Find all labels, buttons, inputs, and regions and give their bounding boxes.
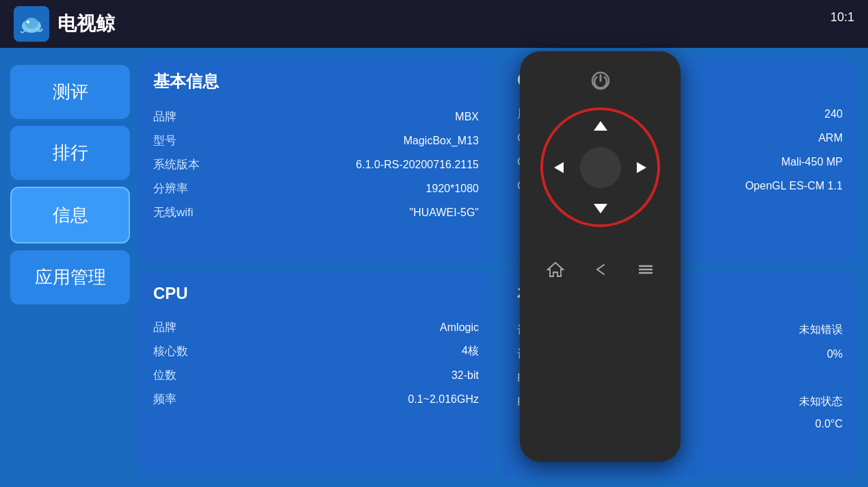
top-bar: 电视鲸 10:1 [0, 0, 868, 48]
remote-home-button[interactable] [540, 254, 570, 285]
value-cpu-cores: 4核 [462, 344, 479, 358]
dpad-down-button[interactable] [587, 194, 614, 222]
table-row: 位数 32-bit [153, 363, 479, 387]
remote-power-button[interactable] [586, 66, 615, 95]
value-cpu-freq: 0.1~2.016GHz [408, 393, 479, 406]
arrow-left-icon [551, 159, 568, 176]
sidebar: 测评 排行 信息 应用管理 [10, 58, 130, 477]
back-icon [592, 261, 609, 278]
value-gpu-ver: OpenGL ES-CM 1.1 [745, 180, 843, 192]
label-model: 型号 [153, 133, 176, 148]
sidebar-item-ceping[interactable]: 测评 [10, 65, 130, 119]
dpad-left-button[interactable] [546, 154, 573, 181]
svg-marker-4 [594, 121, 607, 131]
value-sysver: 6.1.0-RS-20200716.2115 [356, 159, 479, 171]
menu-icon [637, 261, 655, 278]
label-cpu-brand: 品牌 [153, 319, 176, 335]
table-row: 频率 0.1~2.016GHz [153, 387, 479, 411]
time-display: 10:1 [830, 10, 854, 25]
power-icon [590, 70, 611, 92]
basic-info-card: 基本信息 品牌 MBX 型号 MagicBox_M13 系统版本 6.1.0-R… [138, 58, 494, 263]
value-brand: MBX [455, 111, 479, 123]
dpad-container [540, 107, 660, 227]
svg-marker-5 [594, 204, 607, 213]
label-cpu-bits: 位数 [153, 367, 176, 383]
cpu-info-card: CPU 品牌 Amlogic 核心数 4核 位数 32-bit 频率 0.1~2… [138, 272, 494, 477]
table-row: 品牌 Amlogic [153, 315, 479, 339]
arrow-down-icon [592, 200, 609, 216]
cpu-info-title: CPU [153, 284, 479, 307]
logo-container: 电视鲸 [14, 6, 115, 42]
svg-marker-7 [637, 162, 646, 173]
arrow-right-icon [633, 159, 649, 176]
svg-marker-6 [554, 162, 564, 173]
value-cpu-bits: 32-bit [451, 369, 479, 382]
remote-bottom-buttons [540, 254, 661, 285]
value-resolution: 1920*1080 [426, 183, 479, 195]
label-resolution: 分辨率 [153, 181, 188, 196]
logo-icon [14, 6, 49, 42]
remote-back-button[interactable] [586, 254, 616, 285]
whale-icon [18, 11, 44, 37]
label-brand: 品牌 [153, 109, 176, 124]
dpad-center-button[interactable] [580, 147, 621, 188]
label-cpu-cores: 核心数 [153, 343, 188, 359]
sidebar-item-paihang[interactable]: 排行 [10, 126, 130, 180]
sidebar-item-yingyong[interactable]: 应用管理 [10, 250, 130, 304]
basic-info-title: 基本信息 [153, 70, 479, 96]
label-wifi: 无线wifi [153, 205, 194, 220]
value-wifi: "HUAWEI-5G" [410, 207, 479, 219]
table-row: 型号 MagicBox_M13 [153, 129, 479, 153]
home-icon [547, 261, 564, 278]
main-content: 测评 排行 信息 应用管理 基本信息 品牌 MBX 型号 MagicBox_M1… [0, 48, 868, 487]
value-gpu-model: Mali-450 MP [781, 156, 843, 168]
table-row: 核心数 4核 [153, 339, 479, 363]
value-temp: 0.0°C [815, 418, 843, 430]
table-row: 系统版本 6.1.0-RS-20200716.2115 [153, 153, 479, 176]
table-row: 分辨率 1920*1080 [153, 176, 479, 200]
table-row: 品牌 MBX [153, 105, 479, 129]
content-area: 基本信息 品牌 MBX 型号 MagicBox_M13 系统版本 6.1.0-R… [138, 58, 858, 477]
value-gpu-brand: ARM [818, 132, 843, 144]
value-model: MagicBox_M13 [404, 135, 479, 147]
value-refresh: 240 [824, 108, 843, 120]
dpad-up-button[interactable] [587, 113, 614, 140]
value-total-storage: 未知错误 [799, 323, 843, 337]
dpad-right-button[interactable] [627, 154, 655, 181]
table-row: 无线wifi "HUAWEI-5G" [153, 200, 479, 224]
svg-point-1 [25, 18, 38, 29]
value-ram-avail: 未知状态 [799, 395, 843, 409]
value-avail-storage: 0% [827, 348, 843, 360]
label-cpu-freq: 频率 [153, 391, 176, 407]
arrow-up-icon [592, 118, 609, 135]
remote-menu-button[interactable] [631, 254, 661, 285]
svg-point-2 [27, 21, 29, 23]
value-cpu-brand: Amlogic [440, 321, 479, 334]
app-title: 电视鲸 [57, 11, 115, 37]
remote-control [520, 51, 681, 462]
svg-marker-8 [548, 263, 563, 276]
sidebar-item-xinxi[interactable]: 信息 [10, 187, 130, 244]
label-sysver: 系统版本 [153, 157, 200, 172]
